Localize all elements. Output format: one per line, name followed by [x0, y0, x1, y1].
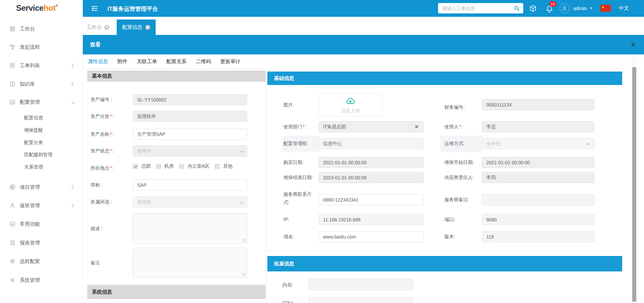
- tab-attribute-info[interactable]: 属性信息: [88, 58, 108, 65]
- chevron-down-icon: [71, 100, 75, 104]
- maintenance-start-date-input[interactable]: [482, 157, 594, 168]
- sidebar-item-config-management[interactable]: 配置管理: [0, 98, 83, 106]
- domain-label: 域名:: [283, 232, 294, 241]
- tab-update-audit[interactable]: 更新审计: [220, 58, 240, 65]
- version-input[interactable]: [482, 231, 594, 242]
- sidebar-item-workbench[interactable]: 工作台: [0, 25, 83, 33]
- chevron-left-icon: [71, 63, 75, 67]
- maintenance-end-date-input[interactable]: [319, 172, 424, 183]
- sidebar-item-common-functions[interactable]: 常用功能: [0, 220, 83, 228]
- provider-remark-label: 服务商备注:: [444, 196, 469, 204]
- close-tab-icon[interactable]: [104, 25, 109, 30]
- asset-code-label: 资产编号:: [91, 95, 112, 103]
- menu-collapse-icon[interactable]: [91, 4, 99, 13]
- finance-code-input[interactable]: [482, 99, 594, 110]
- config-group-input[interactable]: [319, 138, 424, 149]
- dialog-title: 查看: [90, 41, 101, 48]
- search-icon[interactable]: [513, 5, 521, 12]
- provider-contact-input[interactable]: [319, 194, 424, 205]
- scrollbar-thumb[interactable]: [632, 67, 636, 302]
- tab-related-ticket[interactable]: 关联工单: [137, 58, 157, 65]
- cube-apps-icon[interactable]: [529, 4, 537, 13]
- stacked-docs-icon: [9, 184, 15, 190]
- resize-handle[interactable]: [243, 239, 246, 242]
- chevron-left-icon: [71, 185, 75, 189]
- clear-icon[interactable]: [415, 125, 418, 128]
- activity-wave-icon: [9, 221, 15, 227]
- avatar[interactable]: [559, 3, 570, 13]
- asset-code-input[interactable]: [133, 94, 247, 105]
- ip-input[interactable]: [319, 214, 424, 225]
- use-department-input[interactable]: IT集团总部: [319, 121, 424, 132]
- sidebar-item-label: 配置管理: [20, 99, 40, 105]
- chevron-left-icon: [71, 82, 75, 86]
- sidebar-item-start-process[interactable]: 发起流程: [0, 43, 83, 51]
- checkbox-other[interactable]: [215, 164, 220, 169]
- domain-input[interactable]: [319, 231, 424, 242]
- logo-text-service: Service: [16, 3, 44, 13]
- tab-config-info[interactable]: 配置信息: [117, 19, 156, 35]
- sidebar-item-knowledge-base[interactable]: 知识库: [0, 80, 83, 88]
- use-department-label: 使用部门*:: [283, 123, 307, 131]
- short-name-input[interactable]: [133, 179, 247, 190]
- sidebar-item-ticket-list[interactable]: 工单列表: [0, 61, 83, 70]
- search-box: [438, 3, 523, 13]
- checkbox-server-room[interactable]: [156, 164, 161, 169]
- image-upload-box[interactable]: 点击上传: [319, 93, 382, 117]
- chevron-left-icon: [71, 204, 75, 207]
- port-input[interactable]: [482, 214, 594, 225]
- ops-mode-select[interactable]: 全外包: [482, 138, 594, 149]
- section-system-info: 系统信息: [87, 285, 266, 299]
- sidebar-item-duty-management[interactable]: 值班管理: [0, 202, 83, 210]
- language-switch[interactable]: 中文: [619, 5, 629, 11]
- tab-config-relation[interactable]: 配置关系: [166, 58, 186, 65]
- sidebar-subitem-maintenance-reminder[interactable]: 维保提醒: [24, 127, 43, 134]
- close-icon[interactable]: [631, 42, 636, 47]
- sidebar-item-system-management[interactable]: 系统管理: [0, 276, 83, 284]
- search-input[interactable]: [438, 6, 513, 11]
- sidebar-item-project-management[interactable]: 项目管理: [0, 183, 83, 191]
- checkbox-hq[interactable]: [133, 164, 138, 169]
- tab-workbench[interactable]: 工作台: [85, 19, 111, 35]
- cpu-label: CPU:: [282, 299, 293, 303]
- sidebar-item-label: 项目管理: [20, 184, 40, 190]
- ip-label: IP:: [283, 215, 289, 223]
- close-tab-icon[interactable]: [145, 25, 150, 30]
- image-label: 图片:: [283, 101, 294, 109]
- asset-status-select[interactable]: 使用中: [133, 145, 247, 157]
- asset-name-input[interactable]: [133, 129, 247, 140]
- description-textarea[interactable]: [133, 213, 247, 244]
- sidebar-item-process-config[interactable]: 流程配置: [0, 257, 83, 265]
- cpu-input[interactable]: [309, 297, 413, 303]
- supplier-owner-input[interactable]: [482, 172, 594, 183]
- logo[interactable]: Servicehot®: [16, 3, 58, 14]
- notification-badge[interactable]: 14: [549, 1, 556, 7]
- sidebar-subitem-match-rule-management[interactable]: 匹配规则管理: [24, 152, 52, 158]
- asset-category-input[interactable]: [133, 111, 247, 122]
- provider-remark-input[interactable]: [482, 194, 594, 205]
- user-caret-icon[interactable]: ▾: [590, 6, 592, 10]
- user-input[interactable]: [482, 121, 594, 132]
- tab-attachment[interactable]: 附件: [117, 58, 127, 65]
- short-name-label: 简称:: [91, 181, 103, 189]
- sidebar-item-label: 值班管理: [20, 203, 40, 209]
- environment-select[interactable]: 请选择: [133, 197, 247, 208]
- sidebar-item-label: 工作台: [20, 26, 35, 32]
- resize-handle[interactable]: [243, 273, 246, 276]
- username[interactable]: admin: [573, 5, 587, 11]
- checkbox-office-a[interactable]: [179, 164, 184, 169]
- sidebar-item-label: 流程配置: [20, 258, 40, 265]
- location-checkbox-group: 总部 机房 办公室A区 其他: [133, 163, 234, 169]
- remark-textarea[interactable]: [133, 248, 247, 278]
- version-label: 版本:: [444, 232, 455, 241]
- tab-qrcode[interactable]: 二维码: [196, 58, 211, 65]
- sidebar-subitem-relation-management[interactable]: 关系管理: [24, 164, 43, 171]
- cloud-upload-icon: [345, 96, 356, 106]
- memory-input[interactable]: [309, 279, 413, 290]
- person-icon: [9, 203, 15, 209]
- sidebar-item-report-management[interactable]: 报表管理: [0, 239, 83, 247]
- maintenance-start-date-label: 维保开始日期:: [444, 158, 474, 166]
- sidebar-subitem-config-category[interactable]: 配置分类: [24, 139, 43, 146]
- purchase-date-input[interactable]: [319, 157, 424, 168]
- sidebar-subitem-config-info[interactable]: 配置信息: [24, 115, 43, 121]
